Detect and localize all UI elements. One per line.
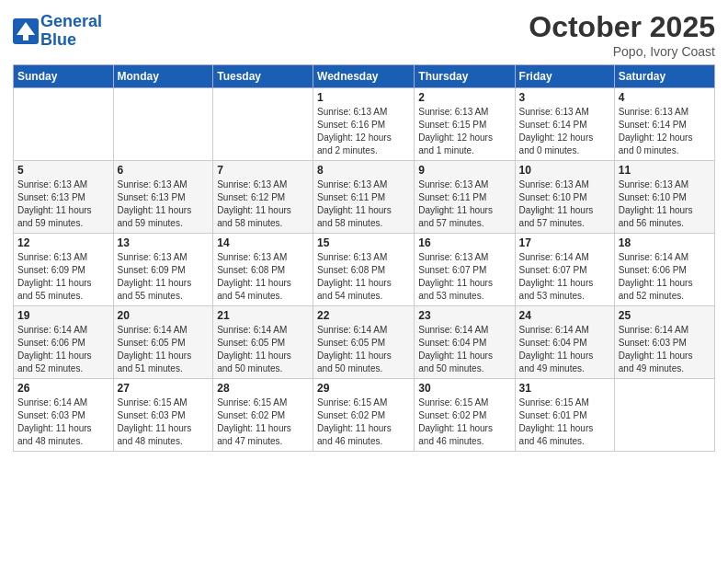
day-cell: 2Sunrise: 6:13 AM Sunset: 6:15 PM Daylig… bbox=[415, 88, 515, 161]
calendar-header: SundayMondayTuesdayWednesdayThursdayFrid… bbox=[14, 65, 715, 88]
day-number: 16 bbox=[418, 236, 510, 249]
day-number: 5 bbox=[17, 164, 109, 177]
day-info: Sunrise: 6:14 AM Sunset: 6:03 PM Dayligh… bbox=[17, 396, 109, 448]
title-block: October 2025 Popo, Ivory Coast bbox=[529, 9, 715, 59]
day-info: Sunrise: 6:14 AM Sunset: 6:07 PM Dayligh… bbox=[519, 251, 610, 303]
day-cell: 4Sunrise: 6:13 AM Sunset: 6:14 PM Daylig… bbox=[614, 88, 714, 161]
day-cell: 7Sunrise: 6:13 AM Sunset: 6:12 PM Daylig… bbox=[213, 161, 313, 234]
day-number: 11 bbox=[619, 164, 711, 177]
day-number: 26 bbox=[17, 382, 109, 395]
day-number: 20 bbox=[118, 309, 210, 322]
day-cell: 1Sunrise: 6:13 AM Sunset: 6:16 PM Daylig… bbox=[313, 88, 415, 161]
day-number: 13 bbox=[118, 236, 210, 249]
day-info: Sunrise: 6:15 AM Sunset: 6:02 PM Dayligh… bbox=[317, 396, 410, 448]
day-number: 3 bbox=[519, 91, 610, 104]
week-row-5: 26Sunrise: 6:14 AM Sunset: 6:03 PM Dayli… bbox=[14, 379, 715, 452]
day-info: Sunrise: 6:15 AM Sunset: 6:02 PM Dayligh… bbox=[217, 396, 309, 448]
day-number: 31 bbox=[519, 382, 610, 395]
day-number: 4 bbox=[619, 91, 711, 104]
day-cell: 11Sunrise: 6:13 AM Sunset: 6:10 PM Dayli… bbox=[614, 161, 714, 234]
location-subtitle: Popo, Ivory Coast bbox=[529, 44, 715, 59]
day-cell bbox=[614, 379, 714, 452]
day-info: Sunrise: 6:14 AM Sunset: 6:06 PM Dayligh… bbox=[619, 251, 711, 303]
day-info: Sunrise: 6:13 AM Sunset: 6:12 PM Dayligh… bbox=[217, 178, 309, 230]
day-number: 17 bbox=[519, 236, 610, 249]
day-cell: 18Sunrise: 6:14 AM Sunset: 6:06 PM Dayli… bbox=[614, 234, 714, 306]
logo-text: General Blue bbox=[40, 13, 102, 50]
day-number: 24 bbox=[519, 309, 610, 322]
day-number: 18 bbox=[619, 236, 711, 249]
day-info: Sunrise: 6:14 AM Sunset: 6:03 PM Dayligh… bbox=[619, 324, 711, 375]
day-info: Sunrise: 6:13 AM Sunset: 6:14 PM Dayligh… bbox=[619, 106, 711, 157]
day-info: Sunrise: 6:13 AM Sunset: 6:10 PM Dayligh… bbox=[619, 178, 711, 230]
day-number: 10 bbox=[519, 164, 610, 177]
calendar-table: SundayMondayTuesdayWednesdayThursdayFrid… bbox=[13, 64, 715, 452]
calendar-container: General Blue October 2025 Popo, Ivory Co… bbox=[0, 0, 728, 465]
day-cell: 24Sunrise: 6:14 AM Sunset: 6:04 PM Dayli… bbox=[515, 306, 614, 379]
day-cell: 30Sunrise: 6:15 AM Sunset: 6:02 PM Dayli… bbox=[415, 379, 515, 452]
day-number: 21 bbox=[217, 309, 309, 322]
day-cell: 20Sunrise: 6:14 AM Sunset: 6:05 PM Dayli… bbox=[113, 306, 213, 379]
day-cell: 21Sunrise: 6:14 AM Sunset: 6:05 PM Dayli… bbox=[213, 306, 313, 379]
weekday-header-sunday: Sunday bbox=[14, 65, 114, 88]
day-number: 23 bbox=[418, 309, 510, 322]
day-number: 28 bbox=[217, 382, 309, 395]
weekday-header-tuesday: Tuesday bbox=[213, 65, 313, 88]
day-info: Sunrise: 6:13 AM Sunset: 6:09 PM Dayligh… bbox=[118, 251, 210, 303]
day-cell: 23Sunrise: 6:14 AM Sunset: 6:04 PM Dayli… bbox=[415, 306, 515, 379]
day-info: Sunrise: 6:13 AM Sunset: 6:09 PM Dayligh… bbox=[17, 251, 109, 303]
day-number: 6 bbox=[118, 164, 210, 177]
day-cell bbox=[213, 88, 313, 161]
logo: General Blue bbox=[13, 13, 102, 50]
day-cell: 10Sunrise: 6:13 AM Sunset: 6:10 PM Dayli… bbox=[515, 161, 614, 234]
day-info: Sunrise: 6:13 AM Sunset: 6:13 PM Dayligh… bbox=[17, 178, 109, 230]
day-cell: 15Sunrise: 6:13 AM Sunset: 6:08 PM Dayli… bbox=[313, 234, 415, 306]
header: General Blue October 2025 Popo, Ivory Co… bbox=[13, 9, 715, 59]
weekday-header-thursday: Thursday bbox=[415, 65, 515, 88]
weekday-header-row: SundayMondayTuesdayWednesdayThursdayFrid… bbox=[14, 65, 715, 88]
day-info: Sunrise: 6:13 AM Sunset: 6:10 PM Dayligh… bbox=[519, 178, 610, 230]
day-cell: 9Sunrise: 6:13 AM Sunset: 6:11 PM Daylig… bbox=[415, 161, 515, 234]
weekday-header-saturday: Saturday bbox=[614, 65, 714, 88]
day-info: Sunrise: 6:14 AM Sunset: 6:06 PM Dayligh… bbox=[17, 324, 109, 375]
logo-line2: Blue bbox=[40, 30, 76, 49]
day-info: Sunrise: 6:14 AM Sunset: 6:04 PM Dayligh… bbox=[519, 324, 610, 375]
day-info: Sunrise: 6:13 AM Sunset: 6:07 PM Dayligh… bbox=[418, 251, 510, 303]
day-info: Sunrise: 6:14 AM Sunset: 6:04 PM Dayligh… bbox=[418, 324, 510, 375]
day-info: Sunrise: 6:14 AM Sunset: 6:05 PM Dayligh… bbox=[118, 324, 210, 375]
day-cell: 19Sunrise: 6:14 AM Sunset: 6:06 PM Dayli… bbox=[14, 306, 114, 379]
logo-icon bbox=[13, 18, 39, 44]
day-info: Sunrise: 6:13 AM Sunset: 6:11 PM Dayligh… bbox=[317, 178, 410, 230]
day-cell: 26Sunrise: 6:14 AM Sunset: 6:03 PM Dayli… bbox=[14, 379, 114, 452]
day-info: Sunrise: 6:13 AM Sunset: 6:08 PM Dayligh… bbox=[317, 251, 410, 303]
month-title: October 2025 bbox=[529, 9, 715, 44]
day-number: 12 bbox=[17, 236, 109, 249]
weekday-header-wednesday: Wednesday bbox=[313, 65, 415, 88]
day-cell: 28Sunrise: 6:15 AM Sunset: 6:02 PM Dayli… bbox=[213, 379, 313, 452]
weekday-header-friday: Friday bbox=[515, 65, 614, 88]
weekday-header-monday: Monday bbox=[113, 65, 213, 88]
day-cell: 8Sunrise: 6:13 AM Sunset: 6:11 PM Daylig… bbox=[313, 161, 415, 234]
day-cell: 13Sunrise: 6:13 AM Sunset: 6:09 PM Dayli… bbox=[113, 234, 213, 306]
day-number: 8 bbox=[317, 164, 410, 177]
day-info: Sunrise: 6:13 AM Sunset: 6:15 PM Dayligh… bbox=[418, 106, 510, 157]
svg-rect-2 bbox=[23, 35, 28, 40]
day-info: Sunrise: 6:13 AM Sunset: 6:11 PM Dayligh… bbox=[418, 178, 510, 230]
day-number: 27 bbox=[118, 382, 210, 395]
day-number: 30 bbox=[418, 382, 510, 395]
day-info: Sunrise: 6:14 AM Sunset: 6:05 PM Dayligh… bbox=[217, 324, 309, 375]
day-number: 29 bbox=[317, 382, 410, 395]
day-cell: 12Sunrise: 6:13 AM Sunset: 6:09 PM Dayli… bbox=[14, 234, 114, 306]
day-cell: 16Sunrise: 6:13 AM Sunset: 6:07 PM Dayli… bbox=[415, 234, 515, 306]
week-row-3: 12Sunrise: 6:13 AM Sunset: 6:09 PM Dayli… bbox=[14, 234, 715, 306]
day-cell: 22Sunrise: 6:14 AM Sunset: 6:05 PM Dayli… bbox=[313, 306, 415, 379]
day-cell: 25Sunrise: 6:14 AM Sunset: 6:03 PM Dayli… bbox=[614, 306, 714, 379]
day-cell: 6Sunrise: 6:13 AM Sunset: 6:13 PM Daylig… bbox=[113, 161, 213, 234]
day-info: Sunrise: 6:13 AM Sunset: 6:16 PM Dayligh… bbox=[317, 106, 410, 157]
day-number: 14 bbox=[217, 236, 309, 249]
day-cell: 29Sunrise: 6:15 AM Sunset: 6:02 PM Dayli… bbox=[313, 379, 415, 452]
week-row-1: 1Sunrise: 6:13 AM Sunset: 6:16 PM Daylig… bbox=[14, 88, 715, 161]
day-cell bbox=[14, 88, 114, 161]
day-cell: 3Sunrise: 6:13 AM Sunset: 6:14 PM Daylig… bbox=[515, 88, 614, 161]
day-info: Sunrise: 6:13 AM Sunset: 6:13 PM Dayligh… bbox=[118, 178, 210, 230]
